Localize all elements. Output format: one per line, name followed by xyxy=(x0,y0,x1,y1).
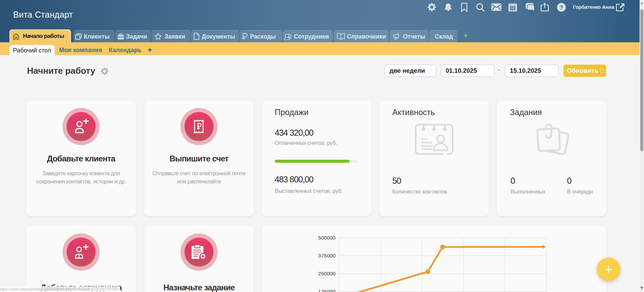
svg-text:?: ? xyxy=(560,4,563,11)
svg-text:250000: 250000 xyxy=(318,271,336,276)
svg-text:500000: 500000 xyxy=(318,235,336,241)
svg-text:375000: 375000 xyxy=(318,253,336,259)
svg-text:125000: 125000 xyxy=(318,289,336,292)
